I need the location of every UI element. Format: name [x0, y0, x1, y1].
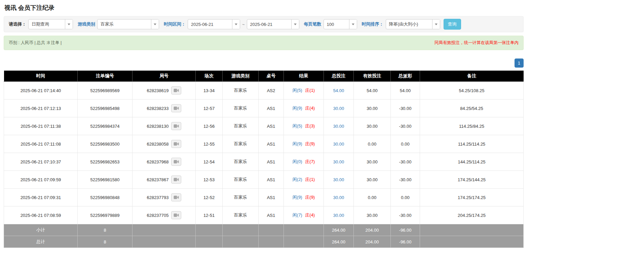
cell-game-type: 百家乐 [223, 82, 259, 100]
total-bet-link[interactable]: 30.00 [333, 213, 344, 218]
total-payout: -96.00 [391, 236, 420, 248]
cell-remark: 204.25/174.25 [420, 206, 524, 224]
total-bet-link[interactable]: 30.00 [333, 177, 344, 182]
table-header-row: 时间 注单编号 局号 场次 游戏类别 桌号 结果 总投注 有效投注 总派彩 备注 [4, 71, 524, 82]
round-id-text: 628237968 [147, 159, 168, 164]
cell-payout: -30.00 [391, 153, 420, 171]
chevron-down-icon [151, 20, 159, 29]
cell-session: 13-34 [196, 82, 223, 100]
cell-table-no: AS1 [259, 117, 284, 135]
banker-result: 庄(3) [305, 123, 315, 128]
cell-game-type: 百家乐 [223, 100, 259, 117]
cell-time: 2025-06-21 07:10:37 [4, 153, 78, 171]
game-type-value: 百家乐 [98, 20, 151, 29]
cell-total-bet: 30.00 [324, 153, 354, 171]
cell-session: 12-56 [196, 117, 223, 135]
cell-result: 闲(5) 庄(3) [284, 117, 324, 135]
cell-result: 闲(7) 庄(4) [284, 206, 324, 224]
cell-time: 2025-06-21 07:11:38 [4, 117, 78, 135]
round-id-text: 628238130 [147, 124, 168, 129]
col-header-result: 结果 [284, 71, 324, 82]
cell-table-no: AS1 [259, 171, 284, 189]
sort-order-value: 降幂(由大到小) [386, 20, 432, 29]
cell-round-id: 628237867 [132, 171, 196, 189]
cell-game-type: 百家乐 [223, 189, 259, 206]
cell-valid-bet: 30.00 [354, 100, 391, 117]
cell-total-bet: 30.00 [324, 100, 354, 117]
cell-bet-id: 522596979889 [78, 206, 132, 224]
sort-order-label: 时间排序： [362, 21, 384, 27]
replay-video-button[interactable] [171, 122, 181, 130]
chevron-down-icon [232, 20, 240, 29]
cell-valid-bet: 30.00 [354, 171, 391, 189]
cell-bet-id: 522596982653 [78, 153, 132, 171]
page-1-button[interactable]: 1 [515, 59, 524, 68]
cell-valid-bet: 30.00 [354, 117, 391, 135]
sort-order-select[interactable]: 降幂(由大到小) [386, 19, 440, 29]
total-label: 总计 [4, 236, 78, 248]
total-bet-link[interactable]: 30.00 [333, 159, 344, 164]
replay-video-button[interactable] [171, 104, 181, 112]
cell-total-bet: 30.00 [324, 171, 354, 189]
per-page-value: 100 [324, 20, 349, 29]
total-bet-link[interactable]: 30.00 [333, 142, 344, 147]
total-bet-link[interactable]: 30.00 [333, 195, 344, 200]
replay-video-button[interactable] [171, 158, 181, 166]
total-empty-cell [196, 236, 223, 248]
cell-session: 12-53 [196, 171, 223, 189]
total-bet-link[interactable]: 30.00 [333, 124, 344, 129]
cell-remark: 174.25/144.25 [420, 171, 524, 189]
cell-total-bet: 30.00 [324, 206, 354, 224]
total-empty-cell [259, 236, 284, 248]
query-type-label: 请选择： [9, 21, 26, 27]
total-bet-link[interactable]: 30.00 [333, 106, 344, 111]
subtotal-count: 8 [78, 224, 132, 236]
page-container: 视讯 会员下注纪录 请选择： 日期查询 游戏类别 百家乐 时间区间： 2025-… [4, 4, 524, 248]
game-type-select[interactable]: 百家乐 [97, 19, 159, 29]
search-button[interactable]: 查询 [444, 19, 461, 30]
per-page-select[interactable]: 100 [324, 19, 357, 29]
cell-round-id: 628238130 [132, 117, 196, 135]
table-row: 2025-06-21 07:11:38 522596984374 6282381… [4, 117, 524, 135]
cell-payout: 0.00 [391, 189, 420, 206]
replay-video-button[interactable] [171, 211, 181, 219]
currency-summary-text: 币别 : 人民币 | 总共 :8 注单 | [9, 40, 62, 46]
total-bet-link[interactable]: 54.00 [333, 88, 344, 93]
cell-result: 闲(9) 庄(9) [284, 135, 324, 153]
cell-payout: -30.00 [391, 100, 420, 117]
replay-video-button[interactable] [171, 193, 181, 201]
subtotal-empty-cell [223, 224, 259, 236]
cell-bet-id: 522596983500 [78, 135, 132, 153]
col-header-session: 场次 [196, 71, 223, 82]
player-result: 闲(9) [293, 106, 302, 111]
cell-session: 12-54 [196, 153, 223, 171]
cell-payout: 0.00 [391, 135, 420, 153]
replay-video-button[interactable] [171, 176, 181, 184]
cell-valid-bet: 30.00 [354, 153, 391, 171]
date-from-select[interactable]: 2025-06-21 [188, 19, 240, 29]
date-to-select[interactable]: 2025-06-21 [247, 19, 299, 29]
video-camera-icon [174, 178, 179, 182]
query-type-select[interactable]: 日期查询 [28, 19, 73, 29]
cell-total-bet: 54.00 [324, 82, 354, 100]
cell-table-no: AS1 [259, 189, 284, 206]
cell-table-no: AS2 [259, 82, 284, 100]
table-row: 2025-06-21 07:09:59 522596981580 6282378… [4, 171, 524, 189]
banker-result: 庄(9) [305, 195, 315, 200]
total-empty-cell [223, 236, 259, 248]
banker-result: 庄(1) [305, 88, 315, 93]
cell-round-id: 628238058 [132, 135, 196, 153]
replay-video-button[interactable] [171, 140, 181, 148]
table-row: 2025-06-21 07:11:08 522596983500 6282380… [4, 135, 524, 153]
cell-remark: 84.25/54.25 [420, 100, 524, 117]
col-header-game-type: 游戏类别 [223, 71, 259, 82]
cell-table-no: AS1 [259, 206, 284, 224]
cell-session: 12-55 [196, 135, 223, 153]
col-header-total-bet: 总投注 [324, 71, 354, 82]
total-valid-bet: 204.00 [354, 236, 391, 248]
table-body: 2025-06-21 07:14:40 522596989569 6282386… [4, 82, 524, 224]
cell-remark: 54.25/108.25 [420, 82, 524, 100]
replay-video-button[interactable] [171, 86, 181, 94]
cell-total-bet: 30.00 [324, 135, 354, 153]
chevron-down-icon [349, 20, 357, 29]
